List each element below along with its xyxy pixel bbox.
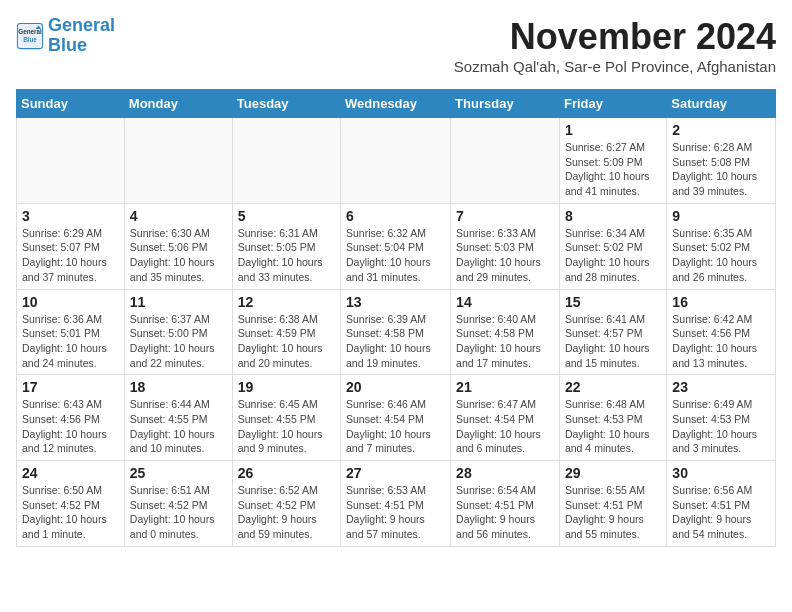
day-info: Sunrise: 6:50 AMSunset: 4:52 PMDaylight:… [22, 483, 119, 542]
calendar-cell: 8Sunrise: 6:34 AMSunset: 5:02 PMDaylight… [559, 203, 666, 289]
day-number: 19 [238, 379, 335, 395]
calendar-cell: 27Sunrise: 6:53 AMSunset: 4:51 PMDayligh… [341, 461, 451, 547]
calendar-cell: 3Sunrise: 6:29 AMSunset: 5:07 PMDaylight… [17, 203, 125, 289]
day-info: Sunrise: 6:35 AMSunset: 5:02 PMDaylight:… [672, 226, 770, 285]
day-number: 13 [346, 294, 445, 310]
calendar-cell: 13Sunrise: 6:39 AMSunset: 4:58 PMDayligh… [341, 289, 451, 375]
day-number: 24 [22, 465, 119, 481]
day-number: 3 [22, 208, 119, 224]
calendar-cell: 25Sunrise: 6:51 AMSunset: 4:52 PMDayligh… [124, 461, 232, 547]
day-info: Sunrise: 6:40 AMSunset: 4:58 PMDaylight:… [456, 312, 554, 371]
day-number: 4 [130, 208, 227, 224]
calendar-cell: 23Sunrise: 6:49 AMSunset: 4:53 PMDayligh… [667, 375, 776, 461]
calendar-cell: 30Sunrise: 6:56 AMSunset: 4:51 PMDayligh… [667, 461, 776, 547]
calendar-cell [17, 118, 125, 204]
calendar-cell: 6Sunrise: 6:32 AMSunset: 5:04 PMDaylight… [341, 203, 451, 289]
calendar-week-row: 17Sunrise: 6:43 AMSunset: 4:56 PMDayligh… [17, 375, 776, 461]
calendar-cell: 2Sunrise: 6:28 AMSunset: 5:08 PMDaylight… [667, 118, 776, 204]
day-info: Sunrise: 6:54 AMSunset: 4:51 PMDaylight:… [456, 483, 554, 542]
calendar-cell: 10Sunrise: 6:36 AMSunset: 5:01 PMDayligh… [17, 289, 125, 375]
calendar-week-row: 10Sunrise: 6:36 AMSunset: 5:01 PMDayligh… [17, 289, 776, 375]
day-info: Sunrise: 6:47 AMSunset: 4:54 PMDaylight:… [456, 397, 554, 456]
svg-text:Blue: Blue [23, 35, 37, 42]
day-info: Sunrise: 6:51 AMSunset: 4:52 PMDaylight:… [130, 483, 227, 542]
weekday-header-thursday: Thursday [451, 90, 560, 118]
weekday-header-sunday: Sunday [17, 90, 125, 118]
day-info: Sunrise: 6:32 AMSunset: 5:04 PMDaylight:… [346, 226, 445, 285]
day-info: Sunrise: 6:30 AMSunset: 5:06 PMDaylight:… [130, 226, 227, 285]
calendar-cell: 16Sunrise: 6:42 AMSunset: 4:56 PMDayligh… [667, 289, 776, 375]
weekday-header-friday: Friday [559, 90, 666, 118]
day-number: 28 [456, 465, 554, 481]
month-title: November 2024 [454, 16, 776, 58]
weekday-header-row: SundayMondayTuesdayWednesdayThursdayFrid… [17, 90, 776, 118]
day-number: 30 [672, 465, 770, 481]
calendar-cell: 28Sunrise: 6:54 AMSunset: 4:51 PMDayligh… [451, 461, 560, 547]
day-info: Sunrise: 6:37 AMSunset: 5:00 PMDaylight:… [130, 312, 227, 371]
logo: General Blue General Blue [16, 16, 115, 56]
location-subtitle: Sozmah Qal'ah, Sar-e Pol Province, Afgha… [454, 58, 776, 75]
day-info: Sunrise: 6:33 AMSunset: 5:03 PMDaylight:… [456, 226, 554, 285]
day-number: 11 [130, 294, 227, 310]
day-number: 6 [346, 208, 445, 224]
day-info: Sunrise: 6:39 AMSunset: 4:58 PMDaylight:… [346, 312, 445, 371]
day-number: 14 [456, 294, 554, 310]
weekday-header-tuesday: Tuesday [232, 90, 340, 118]
calendar-cell: 11Sunrise: 6:37 AMSunset: 5:00 PMDayligh… [124, 289, 232, 375]
day-info: Sunrise: 6:46 AMSunset: 4:54 PMDaylight:… [346, 397, 445, 456]
day-info: Sunrise: 6:48 AMSunset: 4:53 PMDaylight:… [565, 397, 661, 456]
day-info: Sunrise: 6:34 AMSunset: 5:02 PMDaylight:… [565, 226, 661, 285]
day-info: Sunrise: 6:55 AMSunset: 4:51 PMDaylight:… [565, 483, 661, 542]
day-number: 9 [672, 208, 770, 224]
day-number: 16 [672, 294, 770, 310]
day-number: 15 [565, 294, 661, 310]
calendar-cell: 5Sunrise: 6:31 AMSunset: 5:05 PMDaylight… [232, 203, 340, 289]
day-info: Sunrise: 6:52 AMSunset: 4:52 PMDaylight:… [238, 483, 335, 542]
title-section: November 2024 Sozmah Qal'ah, Sar-e Pol P… [454, 16, 776, 83]
calendar-cell [124, 118, 232, 204]
calendar-cell: 9Sunrise: 6:35 AMSunset: 5:02 PMDaylight… [667, 203, 776, 289]
calendar-table: SundayMondayTuesdayWednesdayThursdayFrid… [16, 89, 776, 547]
calendar-cell: 24Sunrise: 6:50 AMSunset: 4:52 PMDayligh… [17, 461, 125, 547]
day-info: Sunrise: 6:36 AMSunset: 5:01 PMDaylight:… [22, 312, 119, 371]
calendar-cell: 20Sunrise: 6:46 AMSunset: 4:54 PMDayligh… [341, 375, 451, 461]
day-info: Sunrise: 6:56 AMSunset: 4:51 PMDaylight:… [672, 483, 770, 542]
calendar-cell: 1Sunrise: 6:27 AMSunset: 5:09 PMDaylight… [559, 118, 666, 204]
calendar-cell [341, 118, 451, 204]
calendar-cell [232, 118, 340, 204]
day-info: Sunrise: 6:49 AMSunset: 4:53 PMDaylight:… [672, 397, 770, 456]
day-info: Sunrise: 6:29 AMSunset: 5:07 PMDaylight:… [22, 226, 119, 285]
day-number: 5 [238, 208, 335, 224]
day-number: 27 [346, 465, 445, 481]
day-info: Sunrise: 6:31 AMSunset: 5:05 PMDaylight:… [238, 226, 335, 285]
calendar-cell [451, 118, 560, 204]
day-number: 12 [238, 294, 335, 310]
calendar-cell: 29Sunrise: 6:55 AMSunset: 4:51 PMDayligh… [559, 461, 666, 547]
calendar-cell: 22Sunrise: 6:48 AMSunset: 4:53 PMDayligh… [559, 375, 666, 461]
day-number: 23 [672, 379, 770, 395]
day-info: Sunrise: 6:44 AMSunset: 4:55 PMDaylight:… [130, 397, 227, 456]
day-number: 1 [565, 122, 661, 138]
day-info: Sunrise: 6:27 AMSunset: 5:09 PMDaylight:… [565, 140, 661, 199]
calendar-cell: 21Sunrise: 6:47 AMSunset: 4:54 PMDayligh… [451, 375, 560, 461]
day-number: 22 [565, 379, 661, 395]
weekday-header-monday: Monday [124, 90, 232, 118]
weekday-header-saturday: Saturday [667, 90, 776, 118]
day-number: 8 [565, 208, 661, 224]
calendar-week-row: 1Sunrise: 6:27 AMSunset: 5:09 PMDaylight… [17, 118, 776, 204]
calendar-cell: 17Sunrise: 6:43 AMSunset: 4:56 PMDayligh… [17, 375, 125, 461]
day-number: 20 [346, 379, 445, 395]
day-info: Sunrise: 6:42 AMSunset: 4:56 PMDaylight:… [672, 312, 770, 371]
day-number: 10 [22, 294, 119, 310]
calendar-cell: 14Sunrise: 6:40 AMSunset: 4:58 PMDayligh… [451, 289, 560, 375]
day-info: Sunrise: 6:53 AMSunset: 4:51 PMDaylight:… [346, 483, 445, 542]
calendar-cell: 19Sunrise: 6:45 AMSunset: 4:55 PMDayligh… [232, 375, 340, 461]
day-info: Sunrise: 6:41 AMSunset: 4:57 PMDaylight:… [565, 312, 661, 371]
day-number: 7 [456, 208, 554, 224]
day-number: 25 [130, 465, 227, 481]
day-info: Sunrise: 6:38 AMSunset: 4:59 PMDaylight:… [238, 312, 335, 371]
day-info: Sunrise: 6:28 AMSunset: 5:08 PMDaylight:… [672, 140, 770, 199]
day-number: 29 [565, 465, 661, 481]
day-info: Sunrise: 6:45 AMSunset: 4:55 PMDaylight:… [238, 397, 335, 456]
calendar-cell: 12Sunrise: 6:38 AMSunset: 4:59 PMDayligh… [232, 289, 340, 375]
